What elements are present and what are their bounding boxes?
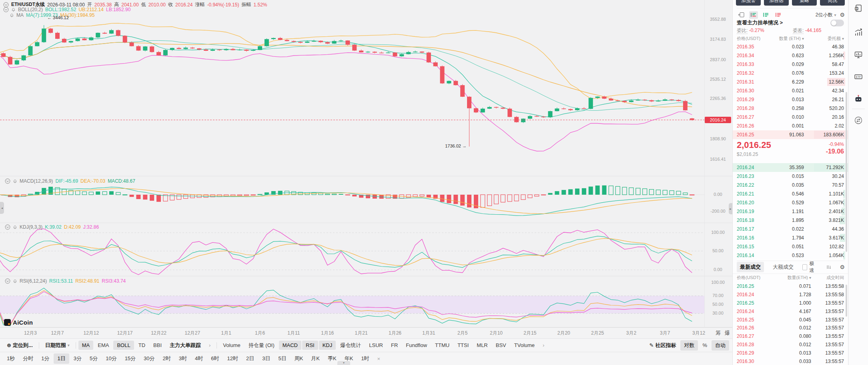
bid-row[interactable]: 2016.200.5291.067K <box>733 198 848 207</box>
period-chip[interactable]: 1日 <box>54 353 69 364</box>
trade-row[interactable]: 2016.270.08013:55:57 <box>733 332 848 341</box>
trades-scrollbar[interactable] <box>846 285 847 317</box>
trade-row[interactable]: 2016.300.03313:55:57 <box>733 357 848 365</box>
ask-row[interactable]: 2016.290.01326.21 <box>733 95 848 104</box>
indicator-chip[interactable]: TVolume <box>511 341 538 350</box>
ask-row[interactable]: 2016.2591.063183.606K <box>733 130 848 139</box>
indicator-chip[interactable]: EMA <box>94 341 112 350</box>
trade-row[interactable]: 2016.241.72813:55:58 <box>733 291 848 299</box>
indicator-chip[interactable]: TTSI <box>454 341 472 350</box>
indicator-chip[interactable]: 持仓量 (OI) <box>245 340 278 351</box>
price-column-header[interactable]: 价格(USDT) <box>737 36 767 42</box>
convert-icon[interactable] <box>854 116 863 125</box>
trend-up-icon[interactable] <box>854 28 863 37</box>
collapse-chevron-icon[interactable] <box>5 224 10 230</box>
book-bids-view-icon[interactable] <box>762 11 770 19</box>
period-chip[interactable]: 1秒 <box>3 353 18 364</box>
period-chip[interactable]: 3分 <box>70 353 85 364</box>
trade-row[interactable]: 2016.280.01213:55:57 <box>733 341 848 349</box>
indicator-chip[interactable]: Fundflow <box>402 341 431 350</box>
ask-row[interactable]: 2016.316.22912.56K <box>733 78 848 86</box>
ask-row[interactable]: 2016.260.0012.02 <box>733 122 848 130</box>
indicator-chip[interactable]: BSV <box>492 341 510 350</box>
indicator-chip[interactable]: LSUR <box>365 341 387 350</box>
indicator-chip[interactable]: FR <box>387 341 401 350</box>
alert-bell-icon[interactable] <box>11 8 16 12</box>
collapse-chevron-icon[interactable] <box>5 278 10 284</box>
indicator-chip[interactable]: › <box>205 341 214 350</box>
bid-row[interactable]: 2016.181.8953.821K <box>733 216 848 225</box>
ask-row[interactable]: 2016.270.01020.16 <box>733 113 848 122</box>
period-chip[interactable]: 分时 <box>19 353 37 364</box>
alert-bell-icon[interactable] <box>13 179 17 183</box>
indicator-chip[interactable]: % <box>699 341 711 350</box>
ask-row[interactable]: 2016.280.258520.20 <box>733 104 848 113</box>
period-chip[interactable]: 6时 <box>207 353 223 364</box>
period-chip[interactable]: 1时 <box>357 353 373 364</box>
orderbook-settings-gear-icon[interactable]: ⚙ <box>840 12 845 18</box>
add-alert-button[interactable]: 加预警 <box>736 0 761 6</box>
etf-icon[interactable]: ETF <box>854 72 863 81</box>
strategy-button[interactable]: 策略 <box>792 0 817 6</box>
period-chip[interactable]: 2时 <box>159 353 174 364</box>
overview-button[interactable]: 简况 <box>820 0 845 6</box>
indicator-chip[interactable]: MLR <box>473 341 491 350</box>
add-watchlist-button[interactable]: 加自选 <box>764 0 789 6</box>
ai-robot-icon[interactable] <box>854 94 863 103</box>
trade-price-header[interactable]: 价格(USDT) <box>737 275 777 281</box>
period-chip[interactable]: 15分 <box>121 353 139 364</box>
period-chip[interactable]: 10分 <box>102 353 120 364</box>
orderbook-scrollbar[interactable] <box>846 92 847 252</box>
alert-bell-icon[interactable] <box>10 13 14 18</box>
amount-column-header[interactable]: 委托额 ▾ <box>804 36 844 42</box>
collapse-chevron-icon[interactable] <box>5 178 10 184</box>
book-asks-view-icon[interactable] <box>774 11 783 19</box>
trades-settings-gear-icon[interactable]: ⚙ <box>840 264 845 270</box>
indicator-chip[interactable]: 爆仓统计 <box>337 340 365 351</box>
indicator-chip[interactable]: BOLL <box>113 341 134 350</box>
pop-out-icon[interactable] <box>737 11 746 19</box>
bid-row[interactable]: 2016.2435.35971.292K <box>733 163 848 172</box>
bid-row[interactable]: 2016.170.02244.36 <box>733 225 848 233</box>
period-chip[interactable]: 周K <box>291 353 307 364</box>
period-chip[interactable]: 月K <box>307 353 323 364</box>
tab-large-trades[interactable]: 大额成交 <box>770 262 797 272</box>
trade-row[interactable]: 2016.260.01213:55:57 <box>733 324 848 332</box>
period-chip[interactable]: 12时 <box>224 353 242 364</box>
period-chip[interactable]: × <box>374 354 384 363</box>
tab-latest-trades[interactable]: 最新成交 <box>737 262 764 272</box>
time-axis[interactable]: 12月312月712月1212月1712月2212月271月11月61月111月… <box>0 327 732 339</box>
sort-list-icon[interactable] <box>826 265 831 270</box>
fast-mode-checkbox[interactable]: 极速 <box>802 260 817 274</box>
indicator-chip[interactable]: Volume <box>219 341 244 350</box>
bid-row[interactable]: 2016.140.5231.054K <box>733 251 848 260</box>
trade-row[interactable]: 2016.251.00013:55:57 <box>733 299 848 307</box>
indicator-chip[interactable]: 自动 <box>712 340 729 351</box>
ask-row[interactable]: 2016.330.02958.47 <box>733 60 848 69</box>
ask-row[interactable]: 2016.340.6231.256K <box>733 51 848 60</box>
indicator-chip[interactable]: BBI <box>150 341 165 350</box>
indicator-chip[interactable]: MACD <box>279 341 301 350</box>
axis-toggle-liquidation[interactable]: 爆 <box>725 329 730 337</box>
indicator-chip[interactable]: MA <box>78 341 94 350</box>
indicator-chip[interactable]: ✎社区指标 <box>646 340 680 351</box>
indicator-chip[interactable]: 对数 <box>680 340 698 351</box>
qty-column-header[interactable]: 数量 (ETH) ▾ <box>767 36 804 42</box>
collapse-chevron-icon[interactable] <box>3 7 9 12</box>
indicator-chip[interactable]: 主力大单跟踪 <box>166 340 204 351</box>
trade-time-header[interactable]: 成交时间 <box>811 275 844 281</box>
period-chip[interactable]: 4时 <box>191 353 206 364</box>
period-chip[interactable]: 30分 <box>140 353 158 364</box>
bid-row[interactable]: 2016.210.5461.101K <box>733 189 848 198</box>
indicator-chip[interactable]: RSI <box>302 341 318 350</box>
indicator-chip[interactable]: KDJ <box>319 341 336 350</box>
bid-row[interactable]: 2016.161.7943.617K <box>733 233 848 242</box>
alert-bell-icon[interactable] <box>13 279 17 283</box>
indicator-chip[interactable]: ⊕定位到... <box>3 340 36 351</box>
trade-qty-header[interactable]: 数量(ETH) ▾ <box>777 275 811 281</box>
indicator-chip[interactable]: › <box>539 341 548 350</box>
ask-row[interactable]: 2016.320.076153.24 <box>733 69 848 78</box>
decimals-dropdown[interactable]: 2位小数 ▾ <box>816 12 836 18</box>
period-chip[interactable]: 3日 <box>259 353 274 364</box>
bid-row[interactable]: 2016.220.03570.57 <box>733 181 848 189</box>
